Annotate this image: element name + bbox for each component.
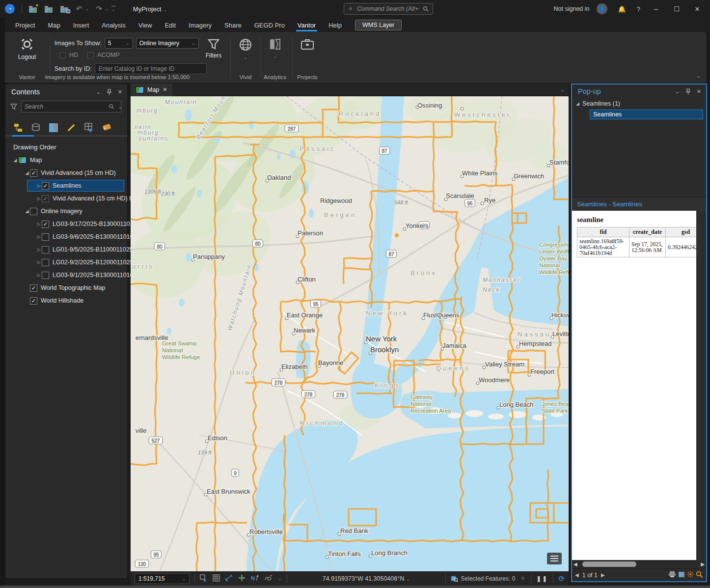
layer-visibility-checkbox[interactable]: ✓ bbox=[30, 284, 37, 292]
ribbon-tab-gegd-pro[interactable]: GEGD Pro bbox=[248, 19, 291, 31]
view-options-chevron-icon[interactable]: ⌄ bbox=[561, 87, 565, 92]
notifications-icon[interactable]: 🔔 bbox=[618, 5, 626, 13]
ribbon-tab-analysis[interactable]: Analysis bbox=[95, 19, 132, 31]
expander-icon[interactable]: ◢ bbox=[24, 209, 30, 214]
contents-search-input[interactable] bbox=[21, 101, 121, 112]
ribbon-tab-map[interactable]: Map bbox=[41, 19, 66, 31]
seamline-path[interactable] bbox=[356, 393, 392, 394]
undo-icon[interactable]: ↶ bbox=[76, 4, 82, 13]
help-icon[interactable]: ? bbox=[637, 5, 640, 13]
contents-close-icon[interactable]: ✕ bbox=[118, 89, 122, 95]
previous-feature-icon[interactable]: ◀ bbox=[575, 572, 579, 578]
search-options-chevron-icon[interactable]: ⌄ bbox=[118, 104, 122, 110]
list-by-data-source-icon[interactable] bbox=[30, 122, 42, 133]
layer-row-9[interactable]: ▷LG03-9/1/2025-B13000110164A800 bbox=[5, 269, 127, 281]
layer-visibility-checkbox[interactable]: ✓ bbox=[30, 297, 37, 305]
vivid-dropdown-chevron-icon[interactable]: ⌄ bbox=[244, 55, 247, 60]
zoom-to-feature-icon[interactable] bbox=[696, 571, 703, 580]
popup-horizontal-scrollbar[interactable]: ◀ ▶ bbox=[572, 560, 706, 568]
export-map-icon[interactable] bbox=[678, 571, 685, 579]
tools-chevron-icon[interactable]: ⌄ bbox=[278, 576, 282, 581]
expander-icon[interactable]: ◢ bbox=[12, 158, 18, 163]
ribbon-tab-edit[interactable]: Edit bbox=[159, 19, 182, 31]
ribbon-tab-imagery[interactable]: Imagery bbox=[182, 19, 218, 31]
layer-row-5[interactable]: ▷✓LG03-9/17/2025-B130001101814C00 bbox=[5, 218, 127, 230]
seamline-path[interactable] bbox=[197, 522, 247, 523]
project-name[interactable]: MyProject⌄ bbox=[133, 5, 167, 13]
ribbon-collapse-chevron-icon[interactable]: ⌄ bbox=[696, 73, 701, 79]
sketch-tool-icon[interactable] bbox=[264, 574, 273, 583]
layer-row-6[interactable]: ▷LG03-9/6/2025-B1300011016CE900 bbox=[5, 230, 127, 243]
redo-chevron-icon[interactable]: ⌄ bbox=[105, 6, 109, 11]
snap-icon[interactable] bbox=[238, 574, 246, 583]
seamline-path[interactable] bbox=[434, 121, 496, 122]
undo-chevron-icon[interactable]: ⌄ bbox=[85, 6, 89, 11]
layer-row-11[interactable]: ✓World Hillshade bbox=[5, 294, 127, 307]
contents-collapse-chevron-icon[interactable]: ⌄ bbox=[96, 89, 101, 95]
redo-icon[interactable]: ↷ bbox=[96, 4, 102, 13]
measure-icon[interactable] bbox=[225, 574, 233, 583]
north-arrow-icon[interactable]: N bbox=[250, 574, 259, 584]
expander-icon[interactable]: ▷ bbox=[36, 183, 42, 188]
acomp-checkbox[interactable] bbox=[87, 52, 94, 58]
layer-row-10[interactable]: ✓World Topographic Map bbox=[5, 281, 127, 294]
seamline-path[interactable] bbox=[323, 137, 452, 138]
maximize-button[interactable]: ☐ bbox=[672, 5, 682, 13]
layer-visibility-checkbox[interactable]: ✓ bbox=[42, 195, 49, 202]
layer-row-4[interactable]: ◢Online Imagery bbox=[5, 205, 127, 218]
map-canvas[interactable]: 28787878080959595278278278922527130Passa… bbox=[131, 96, 569, 571]
list-by-editing-icon[interactable] bbox=[65, 122, 77, 133]
signin-status[interactable]: Not signed in bbox=[554, 5, 590, 12]
analytics-dropdown-chevron-icon[interactable]: ⌄ bbox=[273, 54, 277, 59]
hd-checkbox[interactable] bbox=[59, 52, 66, 58]
ribbon-tab-project[interactable]: Project bbox=[9, 19, 41, 31]
close-button[interactable]: ✕ bbox=[692, 5, 702, 13]
popup-vertical-scrollbar[interactable] bbox=[696, 211, 701, 560]
map-overflow-button[interactable] bbox=[547, 553, 562, 564]
ribbon-tab-insert[interactable]: Insert bbox=[67, 19, 96, 31]
popup-feature-link[interactable]: Seamlines - Seamlines bbox=[572, 197, 706, 211]
expander-icon[interactable]: ▷ bbox=[36, 234, 42, 239]
popup-close-icon[interactable]: ✕ bbox=[697, 88, 701, 95]
expander-icon[interactable]: ▷ bbox=[36, 196, 42, 201]
layer-row-0[interactable]: ◢Map bbox=[5, 154, 127, 167]
layer-row-1[interactable]: ◢✓Vivid Advanced (15 cm HD) bbox=[5, 167, 127, 179]
seamline-path[interactable] bbox=[451, 96, 452, 137]
print-icon[interactable] bbox=[668, 571, 676, 579]
list-by-selection-icon[interactable] bbox=[48, 122, 59, 133]
pin-icon[interactable] bbox=[685, 88, 691, 95]
save-project-icon[interactable] bbox=[60, 5, 69, 13]
command-search-input[interactable] bbox=[356, 5, 420, 13]
popup-collapse-chevron-icon[interactable]: ⌄ bbox=[675, 88, 680, 95]
expander-icon[interactable]: ▷ bbox=[36, 222, 42, 226]
layer-visibility-checkbox[interactable]: ✓ bbox=[30, 169, 37, 177]
expander-icon[interactable]: ▷ bbox=[36, 260, 42, 265]
layer-visibility-checkbox[interactable] bbox=[30, 208, 37, 215]
list-by-drawing-order-icon[interactable] bbox=[12, 122, 24, 133]
scroll-left-icon[interactable]: ◀ bbox=[573, 561, 577, 567]
layer-visibility-checkbox[interactable] bbox=[42, 259, 49, 266]
list-by-snapping-icon[interactable] bbox=[83, 122, 95, 133]
filter-icon[interactable] bbox=[10, 103, 17, 110]
logout-button[interactable]: Logout bbox=[11, 37, 43, 69]
pin-icon[interactable] bbox=[107, 89, 112, 95]
minimize-button[interactable]: ─ bbox=[651, 5, 661, 13]
seamline-path[interactable] bbox=[371, 191, 434, 192]
layer-visibility-checkbox[interactable] bbox=[42, 233, 49, 241]
analytics-button[interactable]: ⌄ bbox=[262, 38, 288, 59]
add-feature-icon[interactable] bbox=[200, 574, 208, 584]
map-tab[interactable]: Map ✕ bbox=[131, 84, 172, 96]
projects-button[interactable] bbox=[294, 38, 321, 51]
layer-visibility-checkbox[interactable]: ✓ bbox=[42, 221, 49, 228]
vivid-button[interactable]: ⌄ bbox=[233, 38, 258, 60]
ribbon-tab-help[interactable]: Help bbox=[322, 19, 348, 31]
map-tab-close-icon[interactable]: ✕ bbox=[163, 86, 167, 93]
expander-icon[interactable]: ◢ bbox=[24, 170, 30, 175]
map-coordinates[interactable]: 74.9159373°W 41.3050406°N ⌄ bbox=[292, 575, 440, 582]
customize-toolbar-icon[interactable]: ⌄ bbox=[111, 6, 115, 12]
selected-features-status[interactable]: Selected Features: 0 bbox=[451, 575, 516, 582]
images-count-dropdown[interactable]: 5⌄ bbox=[105, 38, 133, 49]
command-search[interactable]: ✧ bbox=[344, 3, 433, 15]
layer-visibility-checkbox[interactable]: ✓ bbox=[42, 182, 49, 190]
scroll-right-icon[interactable]: ▶ bbox=[701, 561, 705, 567]
